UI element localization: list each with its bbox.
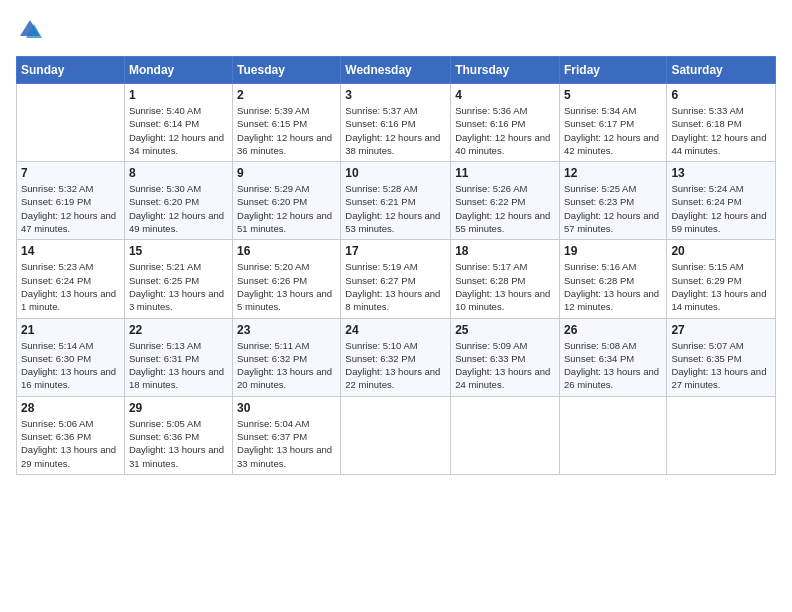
day-number: 10: [345, 166, 446, 180]
calendar-week-1: 1 Sunrise: 5:40 AMSunset: 6:14 PMDayligh…: [17, 84, 776, 162]
calendar-week-5: 28 Sunrise: 5:06 AMSunset: 6:36 PMDaylig…: [17, 396, 776, 474]
day-info: Sunrise: 5:21 AMSunset: 6:25 PMDaylight:…: [129, 260, 228, 313]
day-info: Sunrise: 5:09 AMSunset: 6:33 PMDaylight:…: [455, 339, 555, 392]
calendar-cell: 3 Sunrise: 5:37 AMSunset: 6:16 PMDayligh…: [341, 84, 451, 162]
calendar-cell: 5 Sunrise: 5:34 AMSunset: 6:17 PMDayligh…: [559, 84, 666, 162]
logo: [16, 16, 48, 44]
day-number: 1: [129, 88, 228, 102]
calendar-cell: 22 Sunrise: 5:13 AMSunset: 6:31 PMDaylig…: [124, 318, 232, 396]
calendar-cell: 26 Sunrise: 5:08 AMSunset: 6:34 PMDaylig…: [559, 318, 666, 396]
calendar-cell: 30 Sunrise: 5:04 AMSunset: 6:37 PMDaylig…: [233, 396, 341, 474]
calendar-cell: 20 Sunrise: 5:15 AMSunset: 6:29 PMDaylig…: [667, 240, 776, 318]
calendar-cell: 23 Sunrise: 5:11 AMSunset: 6:32 PMDaylig…: [233, 318, 341, 396]
calendar-cell: 8 Sunrise: 5:30 AMSunset: 6:20 PMDayligh…: [124, 162, 232, 240]
calendar-cell: 12 Sunrise: 5:25 AMSunset: 6:23 PMDaylig…: [559, 162, 666, 240]
calendar-cell: 17 Sunrise: 5:19 AMSunset: 6:27 PMDaylig…: [341, 240, 451, 318]
day-number: 3: [345, 88, 446, 102]
calendar-table: SundayMondayTuesdayWednesdayThursdayFrid…: [16, 56, 776, 475]
day-info: Sunrise: 5:30 AMSunset: 6:20 PMDaylight:…: [129, 182, 228, 235]
day-info: Sunrise: 5:23 AMSunset: 6:24 PMDaylight:…: [21, 260, 120, 313]
calendar-cell: [559, 396, 666, 474]
day-info: Sunrise: 5:40 AMSunset: 6:14 PMDaylight:…: [129, 104, 228, 157]
calendar-cell: [667, 396, 776, 474]
calendar-cell: 28 Sunrise: 5:06 AMSunset: 6:36 PMDaylig…: [17, 396, 125, 474]
calendar-cell: 9 Sunrise: 5:29 AMSunset: 6:20 PMDayligh…: [233, 162, 341, 240]
calendar-cell: [451, 396, 560, 474]
day-info: Sunrise: 5:37 AMSunset: 6:16 PMDaylight:…: [345, 104, 446, 157]
day-info: Sunrise: 5:16 AMSunset: 6:28 PMDaylight:…: [564, 260, 662, 313]
day-number: 9: [237, 166, 336, 180]
day-info: Sunrise: 5:10 AMSunset: 6:32 PMDaylight:…: [345, 339, 446, 392]
day-number: 17: [345, 244, 446, 258]
calendar-cell: 21 Sunrise: 5:14 AMSunset: 6:30 PMDaylig…: [17, 318, 125, 396]
day-number: 30: [237, 401, 336, 415]
calendar-cell: [341, 396, 451, 474]
day-info: Sunrise: 5:28 AMSunset: 6:21 PMDaylight:…: [345, 182, 446, 235]
day-number: 15: [129, 244, 228, 258]
calendar-body: 1 Sunrise: 5:40 AMSunset: 6:14 PMDayligh…: [17, 84, 776, 475]
day-number: 5: [564, 88, 662, 102]
day-info: Sunrise: 5:33 AMSunset: 6:18 PMDaylight:…: [671, 104, 771, 157]
day-number: 13: [671, 166, 771, 180]
calendar-cell: 25 Sunrise: 5:09 AMSunset: 6:33 PMDaylig…: [451, 318, 560, 396]
calendar-header-monday: Monday: [124, 57, 232, 84]
day-info: Sunrise: 5:24 AMSunset: 6:24 PMDaylight:…: [671, 182, 771, 235]
day-number: 22: [129, 323, 228, 337]
day-number: 6: [671, 88, 771, 102]
calendar-cell: 1 Sunrise: 5:40 AMSunset: 6:14 PMDayligh…: [124, 84, 232, 162]
calendar-cell: 24 Sunrise: 5:10 AMSunset: 6:32 PMDaylig…: [341, 318, 451, 396]
day-info: Sunrise: 5:11 AMSunset: 6:32 PMDaylight:…: [237, 339, 336, 392]
day-info: Sunrise: 5:20 AMSunset: 6:26 PMDaylight:…: [237, 260, 336, 313]
day-info: Sunrise: 5:26 AMSunset: 6:22 PMDaylight:…: [455, 182, 555, 235]
day-info: Sunrise: 5:34 AMSunset: 6:17 PMDaylight:…: [564, 104, 662, 157]
day-number: 18: [455, 244, 555, 258]
calendar-cell: 14 Sunrise: 5:23 AMSunset: 6:24 PMDaylig…: [17, 240, 125, 318]
day-number: 29: [129, 401, 228, 415]
calendar-header-wednesday: Wednesday: [341, 57, 451, 84]
day-number: 28: [21, 401, 120, 415]
day-info: Sunrise: 5:36 AMSunset: 6:16 PMDaylight:…: [455, 104, 555, 157]
day-number: 2: [237, 88, 336, 102]
day-number: 4: [455, 88, 555, 102]
calendar-cell: 18 Sunrise: 5:17 AMSunset: 6:28 PMDaylig…: [451, 240, 560, 318]
calendar-header-thursday: Thursday: [451, 57, 560, 84]
day-number: 7: [21, 166, 120, 180]
day-number: 14: [21, 244, 120, 258]
day-number: 12: [564, 166, 662, 180]
calendar-cell: 19 Sunrise: 5:16 AMSunset: 6:28 PMDaylig…: [559, 240, 666, 318]
calendar-cell: 11 Sunrise: 5:26 AMSunset: 6:22 PMDaylig…: [451, 162, 560, 240]
calendar-cell: 4 Sunrise: 5:36 AMSunset: 6:16 PMDayligh…: [451, 84, 560, 162]
calendar-cell: 2 Sunrise: 5:39 AMSunset: 6:15 PMDayligh…: [233, 84, 341, 162]
day-info: Sunrise: 5:32 AMSunset: 6:19 PMDaylight:…: [21, 182, 120, 235]
calendar-week-3: 14 Sunrise: 5:23 AMSunset: 6:24 PMDaylig…: [17, 240, 776, 318]
day-info: Sunrise: 5:19 AMSunset: 6:27 PMDaylight:…: [345, 260, 446, 313]
calendar-cell: 27 Sunrise: 5:07 AMSunset: 6:35 PMDaylig…: [667, 318, 776, 396]
calendar-week-4: 21 Sunrise: 5:14 AMSunset: 6:30 PMDaylig…: [17, 318, 776, 396]
day-number: 19: [564, 244, 662, 258]
calendar-cell: 6 Sunrise: 5:33 AMSunset: 6:18 PMDayligh…: [667, 84, 776, 162]
calendar-cell: 13 Sunrise: 5:24 AMSunset: 6:24 PMDaylig…: [667, 162, 776, 240]
day-info: Sunrise: 5:13 AMSunset: 6:31 PMDaylight:…: [129, 339, 228, 392]
day-number: 11: [455, 166, 555, 180]
day-number: 23: [237, 323, 336, 337]
day-info: Sunrise: 5:14 AMSunset: 6:30 PMDaylight:…: [21, 339, 120, 392]
day-info: Sunrise: 5:29 AMSunset: 6:20 PMDaylight:…: [237, 182, 336, 235]
day-info: Sunrise: 5:05 AMSunset: 6:36 PMDaylight:…: [129, 417, 228, 470]
calendar-cell: 7 Sunrise: 5:32 AMSunset: 6:19 PMDayligh…: [17, 162, 125, 240]
day-info: Sunrise: 5:06 AMSunset: 6:36 PMDaylight:…: [21, 417, 120, 470]
day-number: 27: [671, 323, 771, 337]
calendar-cell: 29 Sunrise: 5:05 AMSunset: 6:36 PMDaylig…: [124, 396, 232, 474]
calendar-header-tuesday: Tuesday: [233, 57, 341, 84]
calendar-header-sunday: Sunday: [17, 57, 125, 84]
calendar-header-row: SundayMondayTuesdayWednesdayThursdayFrid…: [17, 57, 776, 84]
calendar-header-friday: Friday: [559, 57, 666, 84]
day-number: 8: [129, 166, 228, 180]
calendar-header-saturday: Saturday: [667, 57, 776, 84]
day-number: 26: [564, 323, 662, 337]
day-info: Sunrise: 5:39 AMSunset: 6:15 PMDaylight:…: [237, 104, 336, 157]
calendar-cell: 16 Sunrise: 5:20 AMSunset: 6:26 PMDaylig…: [233, 240, 341, 318]
day-info: Sunrise: 5:08 AMSunset: 6:34 PMDaylight:…: [564, 339, 662, 392]
day-number: 20: [671, 244, 771, 258]
calendar-week-2: 7 Sunrise: 5:32 AMSunset: 6:19 PMDayligh…: [17, 162, 776, 240]
calendar-cell: 15 Sunrise: 5:21 AMSunset: 6:25 PMDaylig…: [124, 240, 232, 318]
